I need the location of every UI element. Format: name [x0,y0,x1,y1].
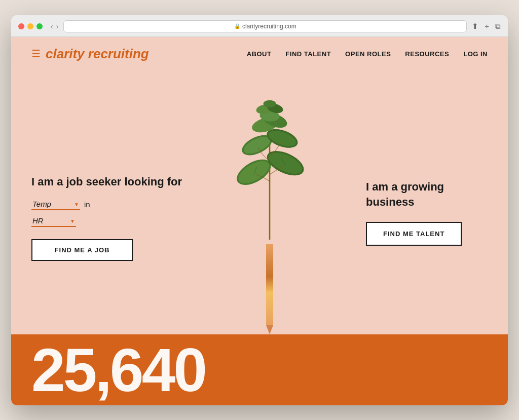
lock-icon: 🔒 [234,23,240,29]
pencil-tip [266,325,273,334]
category-row: HR Finance Marketing Tech Admin [31,215,183,227]
address-bar[interactable]: 🔒 clarityrecruiting.com [63,20,467,32]
browser-actions: ⬆ + ⧉ [472,22,501,31]
forward-icon[interactable]: › [56,22,59,30]
browser-controls: ‹ › [51,22,58,30]
bottom-section: 25,640 [11,334,508,405]
nav: ☰ clarity recruiting ABOUT FIND TALENT O… [11,37,508,71]
find-job-button[interactable]: FIND ME A JOB [31,239,133,261]
hero-right-panel: I am a growing business FIND ME TALENT [356,91,488,334]
nav-link-resources[interactable]: RESOURCES [405,50,449,58]
stats-numbers: 25,640 [31,339,205,400]
traffic-lights [18,23,43,29]
tabs-icon[interactable]: ⧉ [495,22,501,31]
job-type-dropdown-wrapper: Temp Permanent Contract [31,199,80,210]
hero-center-illustration [183,91,356,334]
job-seeker-heading: I am a job seeker looking for [31,174,183,189]
in-label: in [84,200,90,209]
url-text: clarityrecruiting.com [242,23,296,30]
hero-section: I am a job seeker looking for Temp Perma… [11,71,508,334]
nav-link-open-roles[interactable]: OPEN ROLES [345,50,391,58]
nav-links: ABOUT FIND TALENT OPEN ROLES RESOURCES L… [247,50,488,58]
new-tab-icon[interactable]: + [485,22,489,31]
find-talent-button[interactable]: FIND ME TALENT [366,222,462,246]
job-type-select[interactable]: Temp Permanent Contract [31,199,80,210]
logo-area: ☰ clarity recruiting [31,46,247,62]
business-heading: I am a growing business [366,179,488,209]
pencil-body [266,244,273,334]
traffic-light-red[interactable] [18,23,24,29]
hero-left-panel: I am a job seeker looking for Temp Perma… [31,91,183,334]
traffic-light-yellow[interactable] [27,23,33,29]
job-type-row: Temp Permanent Contract in [31,199,183,210]
nav-link-about[interactable]: ABOUT [247,50,272,58]
svg-point-13 [264,100,276,107]
share-icon[interactable]: ⬆ [472,22,478,31]
browser-chrome: ‹ › 🔒 clarityrecruiting.com ⬆ + ⧉ [11,15,508,37]
back-icon[interactable]: ‹ [51,22,53,30]
nav-link-log-in[interactable]: LOG IN [463,50,488,58]
website: ☰ clarity recruiting ABOUT FIND TALENT O… [11,37,508,405]
pencil-stem [266,244,273,325]
browser-window: ‹ › 🔒 clarityrecruiting.com ⬆ + ⧉ ☰ clar… [11,15,508,405]
logo-text: clarity recruiting [46,46,149,62]
plant-svg [219,91,320,244]
hamburger-icon[interactable]: ☰ [31,48,41,60]
category-select[interactable]: HR Finance Marketing Tech Admin [31,215,76,227]
nav-link-find-talent[interactable]: FIND TALENT [285,50,331,58]
traffic-light-green[interactable] [36,23,43,29]
pencil-plant-illustration [219,91,320,334]
category-dropdown-wrapper: HR Finance Marketing Tech Admin [31,215,76,227]
